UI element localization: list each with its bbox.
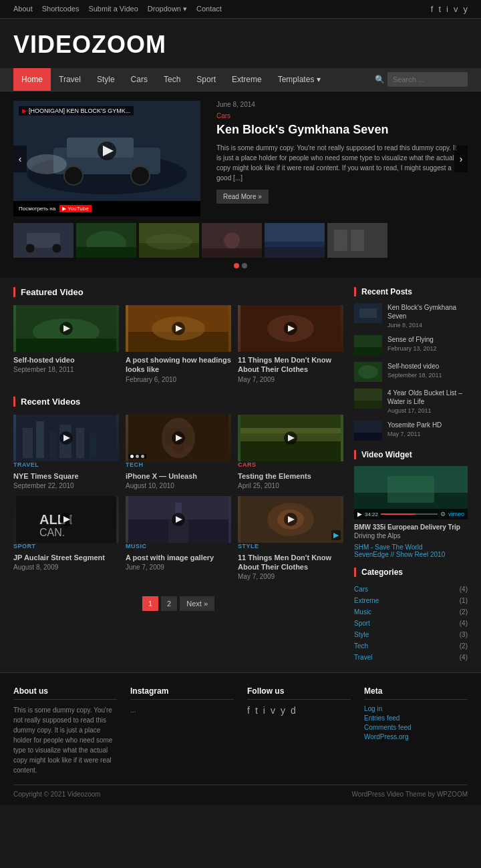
twitter-icon[interactable]: t [438,4,441,14]
svg-rect-60 [359,308,377,318]
cat-link-sport[interactable]: Sport [354,620,370,627]
dropdown-link[interactable]: Dropdown ▾ [148,5,187,13]
rv-cat-4: SPORT [13,543,119,550]
featured-card-3[interactable]: 11 Things Men Don't Know About Their Clo… [238,305,343,383]
hero-video: ▶ [HOONIGAN] KEN BLOCK'S GYMK... Посмотр… [13,101,200,216]
footer-facebook-icon[interactable]: f [247,705,250,716]
rp-title-1[interactable]: Ken Block's Gymkhana Seven [387,303,468,320]
recent-card-4[interactable]: ALL ICAN. SPORT JP Auclair Street Segmen… [13,496,119,581]
pagination: 1 2 Next » [13,590,343,622]
footer-instagram-icon[interactable]: i [263,705,265,716]
footer-extra-icon[interactable]: d [291,705,296,716]
vw-play-btn[interactable]: ▶ [357,511,362,517]
featured-title-1: Self-hosted video [13,355,119,365]
cat-link-travel[interactable]: Travel [354,654,372,661]
hero-play-overlay[interactable] [13,101,200,201]
rv-date-6: May 7, 2009 [238,573,343,580]
rp-title-3[interactable]: Self-hosted video [387,362,468,371]
dot-2[interactable] [242,263,247,268]
thumb-5[interactable] [265,223,325,258]
featured-card-2[interactable]: A post showing how headings looks like F… [126,305,231,383]
cat-link-style[interactable]: Style [354,631,369,638]
vw-time: 34:22 [365,511,378,517]
svg-rect-21 [265,242,325,247]
thumb-2[interactable] [76,223,136,258]
hero-prev-arrow[interactable]: ‹ [13,146,27,172]
cat-link-music[interactable]: Music [354,608,371,616]
rp-item-2: Sense of Flying February 13, 2012 [354,335,468,355]
nav-cars[interactable]: Cars [123,68,156,91]
rv-title-2: iPhone X — Unleash [126,471,231,481]
nav-home[interactable]: Home [13,68,51,91]
thumb-dots [13,263,468,268]
hero-next-arrow[interactable]: › [454,146,468,172]
footer-twitter-icon[interactable]: t [255,705,258,716]
cat-count-music: (2) [460,608,468,616]
footer-wp-link[interactable]: WordPress.org [364,733,468,740]
hero-video-thumbnail: ▶ [HOONIGAN] KEN BLOCK'S GYMK... [13,101,200,201]
nav-sport[interactable]: Sport [188,68,224,91]
footer-instagram-title: Instagram [130,686,234,700]
about-link[interactable]: About [13,5,33,13]
youtube-icon[interactable]: y [464,4,468,14]
dot-1[interactable] [234,263,239,268]
instagram-icon[interactable]: i [446,4,448,14]
recent-card-6[interactable]: ▶ STYLE 11 Things Men Don't Know About T… [238,496,343,581]
nav-style[interactable]: Style [89,68,123,91]
main-column: Featured Video Self-hosted video Septemb… [13,287,343,663]
page-1-button[interactable]: 1 [142,596,158,611]
recent-card-1[interactable]: TRAVEL NYE Times Square September 22, 20… [13,415,119,489]
footer-vimeo-icon[interactable]: v [271,705,275,716]
facebook-icon[interactable]: f [431,4,434,14]
rp-title-2[interactable]: Sense of Flying [387,335,468,344]
gear-icon[interactable]: ⚙ [440,511,446,517]
nav-travel[interactable]: Travel [51,68,89,91]
next-page-button[interactable]: Next » [180,596,214,611]
logo-bar: VIDEOZOOM [0,19,481,68]
thumb-4[interactable] [202,223,262,258]
recent-card-2[interactable]: TECH iPhone X — Unleash August 10, 2010 [126,415,231,489]
footer-copyright: Copyright © 2021 Videozoom [13,791,101,798]
nav-templates[interactable]: Templates ▾ [270,68,329,91]
search-input[interactable] [387,72,468,87]
nav-tech[interactable]: Tech [156,68,188,91]
footer-login-link[interactable]: Log in [364,705,468,712]
play-triangle [103,146,114,156]
contact-link[interactable]: Contact [196,5,222,13]
shortcodes-link[interactable]: Shortcodes [42,5,79,13]
vw-thumbnail[interactable]: ▶ 34:22 ⚙ vimeo [354,466,468,519]
cat-link-extreme[interactable]: Extreme [354,597,379,604]
thumb-strip [13,223,468,258]
rp-title-5[interactable]: Yosemite Park HD [387,421,468,429]
page-2-button[interactable]: 2 [161,596,177,611]
rp-thumb-1 [354,303,382,323]
rv-cat-2: TECH [126,461,231,468]
featured-section-header: Featured Video [13,287,343,297]
recent-card-5[interactable]: MUSIC A post with image gallery June 7, … [126,496,231,581]
cat-link-cars[interactable]: Cars [354,586,368,593]
footer-youtube-icon[interactable]: y [281,705,285,716]
featured-card-1[interactable]: Self-hosted video September 18, 2011 [13,305,119,383]
hero-play-button[interactable] [98,142,116,160]
hero-category[interactable]: Cars [216,112,462,120]
read-more-button[interactable]: Read More » [216,190,269,204]
footer-entries-link[interactable]: Entries feed [364,714,468,722]
play-btn-2 [172,322,185,335]
rp-title-4[interactable]: 4 Year Olds Bucket List – Water is Life [387,389,468,406]
vw-progress-bar[interactable] [381,513,438,515]
thumb-3[interactable] [139,223,199,258]
thumb-6[interactable] [327,223,387,258]
featured-thumb-3 [238,305,343,352]
vimeo-icon[interactable]: v [454,4,458,14]
svg-rect-71 [387,476,434,503]
yt-logo-text: Посмотреть на [19,206,55,212]
nav-extreme[interactable]: Extreme [224,68,270,91]
vw-link-1[interactable]: SHM - Save The World [354,544,468,551]
vw-link-2[interactable]: SevenEdge // Show Reel 2010 [354,551,468,558]
site-logo[interactable]: VIDEOZOOM [13,31,468,59]
cat-link-tech[interactable]: Tech [354,642,368,650]
thumb-1[interactable] [13,223,73,258]
footer-comments-link[interactable]: Comments feed [364,724,468,731]
recent-card-3[interactable]: CARS Testing the Elements April 25, 2010 [238,415,343,489]
submit-link[interactable]: Submit a Video [88,5,138,13]
